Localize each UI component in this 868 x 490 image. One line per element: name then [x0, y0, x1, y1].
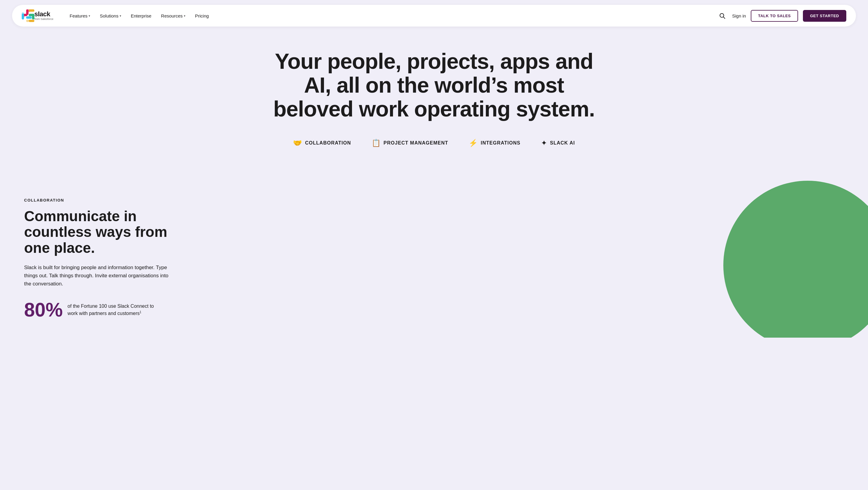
- svg-rect-11: [29, 9, 34, 12]
- nav-links: Features ▾ Solutions ▾ Enterprise Resour…: [65, 11, 717, 21]
- integrations-icon: ⚡: [469, 139, 478, 147]
- chevron-down-icon: ▾: [120, 14, 121, 18]
- logo-salesforce-text: from Salesforce: [34, 18, 53, 21]
- feature-tabs: 🤝 COLLABORATION 📋 PROJECT MANAGEMENT ⚡ I…: [24, 136, 844, 150]
- collaboration-section: COLLABORATION Communicate in countless w…: [0, 180, 868, 338]
- tab-project-management-label: PROJECT MANAGEMENT: [384, 140, 448, 146]
- talk-to-sales-button[interactable]: TALK TO SALES: [751, 10, 798, 22]
- search-button[interactable]: [717, 10, 727, 21]
- stat-text: of the Fortune 100 use Slack Connect to …: [67, 300, 164, 317]
- svg-rect-14: [26, 20, 29, 22]
- tab-collaboration-label: COLLABORATION: [305, 140, 351, 146]
- nav-enterprise[interactable]: Enterprise: [127, 11, 156, 21]
- slack-ai-icon: ✦: [541, 139, 547, 147]
- sign-in-link[interactable]: Sign in: [732, 13, 746, 19]
- svg-line-16: [723, 17, 725, 19]
- collaboration-icon: 🤝: [293, 139, 302, 147]
- navbar: slack from Salesforce Features ▾ Solutio…: [0, 5, 868, 27]
- logo[interactable]: slack from Salesforce: [22, 9, 53, 22]
- svg-rect-6: [22, 12, 24, 15]
- hero-section: Your people, projects, apps and AI, all …: [0, 31, 868, 180]
- tab-integrations[interactable]: ⚡ INTEGRATIONS: [467, 136, 522, 150]
- stat-row: 80% of the Fortune 100 use Slack Connect…: [24, 300, 844, 319]
- chevron-down-icon: ▾: [184, 14, 185, 18]
- chevron-down-icon: ▾: [89, 14, 90, 18]
- get-started-button[interactable]: GET STARTED: [803, 10, 846, 22]
- collaboration-description: Slack is built for bringing people and i…: [24, 263, 169, 288]
- tab-integrations-label: INTEGRATIONS: [481, 140, 521, 146]
- tab-slack-ai-label: SLACK AI: [550, 140, 575, 146]
- nav-right: Sign in TALK TO SALES GET STARTED: [717, 10, 846, 22]
- decorative-circle: [723, 181, 868, 338]
- svg-rect-12: [29, 20, 34, 22]
- collaboration-heading: Communicate in countless ways from one p…: [24, 208, 175, 256]
- stat-number: 80%: [24, 300, 63, 319]
- svg-rect-7: [27, 16, 30, 19]
- nav-features[interactable]: Features ▾: [65, 11, 94, 21]
- nav-solutions[interactable]: Solutions ▾: [96, 11, 125, 21]
- nav-resources[interactable]: Resources ▾: [157, 11, 190, 21]
- project-management-icon: 📋: [372, 139, 381, 147]
- tab-collaboration[interactable]: 🤝 COLLABORATION: [292, 136, 352, 150]
- svg-rect-13: [32, 15, 34, 18]
- hero-title: Your people, projects, apps and AI, all …: [268, 50, 600, 121]
- tab-slack-ai[interactable]: ✦ SLACK AI: [540, 136, 576, 150]
- logo-slack-text: slack: [34, 11, 53, 18]
- collaboration-label: COLLABORATION: [24, 198, 844, 202]
- tab-project-management[interactable]: 📋 PROJECT MANAGEMENT: [370, 136, 450, 150]
- nav-pricing[interactable]: Pricing: [191, 11, 213, 21]
